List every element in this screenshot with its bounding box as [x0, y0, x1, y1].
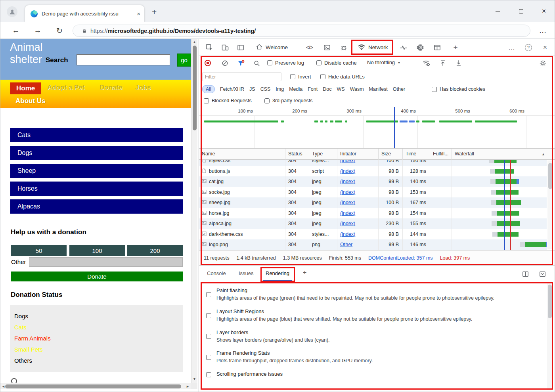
scroll-down-icon[interactable]: ▼ — [193, 377, 196, 381]
network-settings-gear-icon[interactable] — [538, 59, 547, 67]
drawer-tab-issues[interactable]: Issues — [239, 270, 254, 276]
back-button[interactable]: ← — [11, 25, 21, 36]
column-header-size[interactable]: Size — [378, 149, 402, 160]
record-network-log-button[interactable] — [205, 60, 211, 66]
request-initiator-link[interactable]: (index) — [337, 160, 378, 166]
lock-icon[interactable] — [82, 28, 87, 34]
other-amount-input[interactable] — [29, 257, 183, 267]
request-initiator-link[interactable]: (index) — [337, 197, 378, 208]
disable-cache-checkbox[interactable] — [316, 60, 322, 65]
third-party-requests-checkbox[interactable] — [264, 98, 270, 103]
rendering-option-checkbox[interactable] — [206, 313, 211, 318]
column-header-name[interactable]: Name — [199, 149, 285, 160]
animal-link-horses[interactable]: Horses — [10, 182, 183, 196]
resource-filter-manifest[interactable]: Manifest — [369, 86, 388, 92]
preserve-log-checkbox[interactable] — [267, 60, 272, 65]
page-vertical-scrollbar[interactable]: ▲ ▼ — [191, 39, 197, 383]
forward-button[interactable]: → — [33, 25, 43, 36]
inspect-element-icon[interactable] — [205, 43, 214, 52]
sort-indicator-icon[interactable]: ▲ — [542, 152, 545, 156]
scroll-left-icon[interactable]: ◄ — [2, 384, 5, 388]
browser-menu-button[interactable]: … — [538, 25, 548, 36]
network-request-row[interactable]: styles.css304styles...(index)100 B150 ms — [199, 160, 547, 166]
request-initiator-link[interactable]: (index) — [337, 218, 378, 229]
horizontal-scroll-thumb[interactable] — [5, 384, 181, 388]
table-scrollbar[interactable] — [547, 161, 553, 249]
address-bar[interactable]: https://microsoftedge.github.io/Demos/de… — [73, 25, 530, 37]
devtools-menu-button[interactable]: … — [507, 43, 516, 52]
request-initiator-link[interactable]: (index) — [337, 166, 378, 177]
nav-item-home[interactable]: Home — [10, 82, 41, 94]
nav-item-about-us[interactable]: About Us — [15, 97, 46, 105]
scroll-right-icon[interactable]: ► — [186, 384, 189, 388]
invert-checkbox[interactable] — [290, 74, 295, 79]
site-search-input[interactable] — [77, 54, 170, 65]
rendering-scrollbar[interactable] — [547, 283, 553, 390]
rendering-scroll-thumb[interactable] — [548, 285, 552, 318]
devtools-close-button[interactable]: × — [541, 43, 549, 52]
network-request-row[interactable]: logo.png304pngOther99 B146 ms — [199, 239, 547, 250]
request-initiator-link[interactable]: (index) — [337, 187, 378, 198]
more-tabs-button[interactable]: + — [451, 43, 460, 52]
resource-filter-media[interactable]: Media — [289, 86, 302, 92]
hide-data-urls-checkbox[interactable] — [320, 74, 325, 79]
resource-filter-js[interactable]: JS — [249, 86, 255, 92]
column-header-time[interactable]: Time — [402, 149, 430, 160]
column-header-status[interactable]: Status — [285, 149, 309, 160]
network-overview-timeline[interactable]: 100 ms200 ms300 ms400 ms500 ms600 ms — [199, 107, 555, 149]
network-request-row[interactable]: dark-theme.css304styles...(index)98 B144… — [199, 229, 547, 240]
request-initiator-link[interactable]: (index) — [337, 229, 378, 240]
performance-tab-icon[interactable] — [399, 43, 408, 52]
filter-icon[interactable] — [236, 59, 245, 67]
memory-tab-icon[interactable] — [416, 43, 425, 52]
resource-filter-all[interactable]: All — [202, 85, 215, 93]
activity-bar-icon[interactable] — [236, 43, 245, 52]
request-initiator-link[interactable]: Other — [337, 239, 378, 250]
table-scroll-thumb[interactable] — [548, 163, 552, 189]
scroll-up-icon[interactable]: ▲ — [193, 40, 196, 44]
request-initiator-link[interactable]: (index) — [337, 208, 378, 219]
column-header-waterfall[interactable]: Waterfall — [452, 149, 547, 160]
blocked-requests-checkbox[interactable] — [204, 98, 209, 103]
add-drawer-tab-button[interactable]: + — [303, 269, 306, 276]
devtools-help-button[interactable]: ? — [524, 43, 533, 52]
animal-link-alpacas[interactable]: Alpacas — [10, 199, 183, 214]
vertical-scroll-thumb[interactable] — [193, 46, 197, 130]
column-header-initiator[interactable]: Initiator — [337, 149, 378, 160]
tab-network[interactable]: Network — [356, 39, 390, 55]
minimize-button[interactable] — [492, 6, 504, 16]
network-request-row[interactable]: buttons.js304script(index)98 B128 ms — [199, 166, 547, 177]
active-browser-tab[interactable]: Demo page with accessibility issu × — [25, 5, 144, 22]
clear-network-log-icon[interactable] — [220, 59, 229, 67]
search-go-button[interactable]: go — [177, 54, 191, 67]
request-initiator-link[interactable]: (index) — [337, 176, 378, 187]
network-conditions-icon[interactable] — [422, 59, 431, 67]
debugger-tab-icon[interactable] — [339, 43, 348, 52]
network-request-row[interactable]: horse.jpg304jpeg(index)98 B154 ms — [199, 208, 547, 219]
resource-filter-fetch-xhr[interactable]: Fetch/XHR — [220, 86, 244, 92]
has-blocked-cookies-checkbox[interactable] — [432, 87, 437, 92]
animal-link-cats[interactable]: Cats — [10, 128, 183, 142]
resource-filter-img[interactable]: Img — [276, 86, 284, 92]
nav-item-donate[interactable]: Donate — [100, 84, 122, 92]
maximize-button[interactable] — [515, 6, 527, 16]
drawer-layout-icon[interactable] — [521, 270, 530, 278]
resource-filter-other[interactable]: Other — [393, 86, 405, 92]
console-tab-icon[interactable] — [323, 43, 331, 52]
nav-item-jobs[interactable]: Jobs — [135, 84, 151, 92]
expand-drawer-icon[interactable] — [538, 270, 547, 278]
drawer-tab-rendering[interactable]: Rendering — [266, 270, 289, 276]
column-header-fulfill[interactable]: Fulfill... — [430, 149, 452, 160]
donation-amount-50[interactable]: 50 — [11, 245, 67, 256]
nav-item-adopt-a-pet[interactable]: Adopt a Pet — [47, 84, 84, 92]
column-header-type[interactable]: Type — [309, 149, 337, 160]
resource-filter-wasm[interactable]: Wasm — [350, 86, 364, 92]
drawer-tab-console[interactable]: Console — [207, 270, 226, 276]
rendering-option-checkbox[interactable] — [206, 292, 211, 297]
tab-close-icon[interactable]: × — [137, 10, 140, 17]
donation-amount-100[interactable]: 100 — [69, 245, 125, 256]
resource-filter-doc[interactable]: Doc — [323, 86, 331, 92]
search-icon[interactable] — [252, 59, 261, 67]
new-tab-button[interactable]: + — [152, 7, 157, 17]
network-request-row[interactable]: alpaca.jpg304jpeg(index)230 B155 ms — [199, 218, 547, 229]
